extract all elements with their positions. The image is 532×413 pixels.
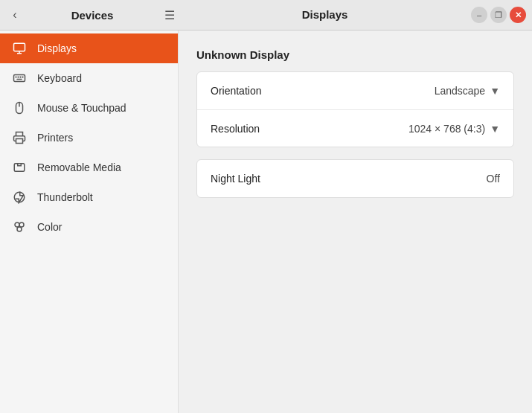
sidebar-item-displays[interactable]: Displays — [0, 33, 178, 63]
thunderbolt-icon — [12, 190, 27, 205]
mouse-icon — [12, 100, 27, 115]
back-icon: ‹ — [13, 8, 16, 22]
resolution-dropdown-arrow: ▼ — [490, 123, 500, 135]
svg-point-13 — [15, 222, 19, 227]
color-icon — [12, 220, 27, 234]
sidebar-item-printers[interactable]: Printers — [0, 123, 178, 153]
removable-icon — [12, 160, 27, 175]
sidebar-label-keyboard: Keyboard — [37, 72, 82, 84]
content-area: Unknown Display Orientation Landscape ▼ … — [179, 31, 532, 413]
resolution-value: 1024 × 768 (4:3) — [408, 123, 485, 135]
minimize-icon: – — [477, 10, 481, 19]
sidebar-label-mouse: Mouse & Touchpad — [37, 102, 126, 114]
sidebar-label-removable: Removable Media — [37, 161, 121, 173]
night-light-label: Night Light — [211, 173, 487, 185]
sidebar-item-color[interactable]: Color — [0, 212, 178, 242]
maximize-icon: ❐ — [495, 10, 502, 20]
titlebar-left: ‹ Devices ☰ — [0, 6, 179, 24]
orientation-label: Orientation — [211, 85, 435, 97]
sidebar: Displays Keyboard — [0, 31, 179, 413]
minimize-button[interactable]: – — [471, 7, 487, 23]
close-button[interactable]: ✕ — [510, 7, 526, 23]
titlebar-controls: – ❐ ✕ — [471, 7, 532, 23]
orientation-dropdown-arrow: ▼ — [490, 85, 500, 97]
sidebar-label-displays: Displays — [37, 42, 77, 54]
svg-point-15 — [17, 227, 22, 231]
resolution-value-container[interactable]: 1024 × 768 (4:3) ▼ — [408, 123, 500, 135]
svg-point-14 — [19, 222, 24, 227]
sidebar-item-keyboard[interactable]: Keyboard — [0, 63, 178, 93]
hamburger-button[interactable]: ☰ — [161, 6, 179, 24]
night-light-row[interactable]: Night Light Off — [197, 160, 513, 197]
main-layout: Displays Keyboard — [0, 31, 532, 413]
night-light-card: Night Light Off — [196, 159, 514, 198]
displays-icon — [12, 41, 27, 56]
main-title: Displays — [302, 8, 348, 21]
titlebar-center: Displays — [179, 8, 471, 22]
sidebar-item-thunderbolt[interactable]: Thunderbolt — [0, 182, 178, 212]
svg-rect-0 — [14, 43, 25, 51]
titlebar: ‹ Devices ☰ Displays – ❐ ✕ — [0, 0, 532, 31]
svg-rect-11 — [14, 164, 25, 172]
orientation-value: Landscape — [435, 85, 486, 97]
printers-icon — [12, 130, 27, 145]
devices-title: Devices — [31, 9, 153, 22]
night-light-value: Off — [487, 173, 500, 185]
sidebar-label-printers: Printers — [37, 132, 73, 144]
sidebar-item-mouse[interactable]: Mouse & Touchpad — [0, 93, 178, 123]
section-title: Unknown Display — [196, 48, 514, 61]
orientation-row: Orientation Landscape ▼ — [197, 72, 513, 109]
sidebar-label-color: Color — [37, 221, 62, 233]
back-button[interactable]: ‹ — [6, 6, 24, 24]
svg-rect-3 — [14, 75, 25, 82]
orientation-value-container[interactable]: Landscape ▼ — [435, 85, 500, 97]
maximize-button[interactable]: ❐ — [490, 7, 507, 23]
close-icon: ✕ — [515, 10, 522, 20]
svg-rect-10 — [16, 139, 23, 144]
keyboard-icon — [12, 71, 27, 86]
hamburger-icon: ☰ — [164, 8, 175, 22]
sidebar-label-thunderbolt: Thunderbolt — [37, 191, 93, 203]
sidebar-item-removable[interactable]: Removable Media — [0, 153, 178, 182]
resolution-row: Resolution 1024 × 768 (4:3) ▼ — [197, 109, 513, 147]
resolution-label: Resolution — [211, 123, 408, 135]
display-settings-card: Orientation Landscape ▼ Resolution 1024 … — [196, 71, 514, 147]
